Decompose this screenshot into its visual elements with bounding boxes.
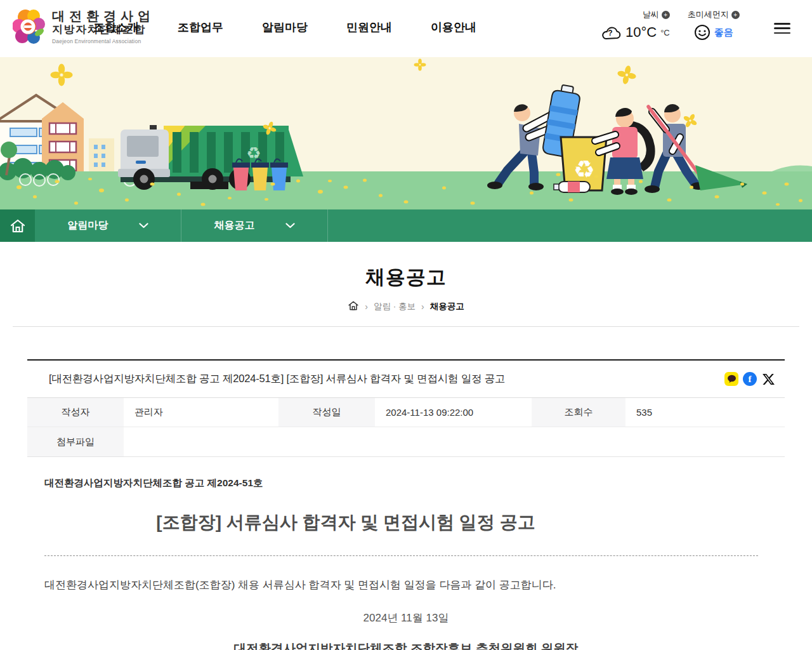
dashed-divider — [44, 555, 758, 556]
meta-date-value: 2024-11-13 09:22:00 — [375, 398, 532, 427]
nav-item-business[interactable]: 조합업무 — [178, 20, 247, 35]
hero-banner: ♻ — [0, 57, 812, 209]
weather-widget: 날씨 + ? 10°C °C 초미세먼지 + — [601, 9, 740, 41]
logo-blob-icon — [13, 8, 46, 46]
breadcrumb-separator: › — [365, 302, 368, 312]
breadcrumb-current: 채용공고 — [430, 301, 464, 312]
share-x-button[interactable] — [761, 371, 776, 387]
facebook-icon: f — [743, 372, 757, 386]
subnav-home-button[interactable] — [0, 209, 35, 242]
home-icon — [10, 218, 26, 234]
meta-attachment-label: 첨부파일 — [27, 427, 124, 456]
breadcrumb: › 알림 · 홍보 › 채용공고 — [0, 300, 812, 313]
meta-author-value: 관리자 — [124, 398, 278, 427]
meta-attachment-value — [124, 427, 785, 456]
chevron-down-icon — [139, 223, 148, 229]
nav-item-about[interactable]: 조합소개 — [93, 20, 163, 35]
breadcrumb-separator: › — [421, 302, 424, 312]
share-facebook-button[interactable]: f — [742, 371, 757, 387]
body-heading: [조합장] 서류심사 합격자 및 면접시험 일정 공고 — [44, 510, 647, 534]
cloud-icon: ? — [601, 25, 622, 41]
meta-row: 작성자 관리자 작성일 2024-11-13 09:22:00 조회수 535 — [27, 398, 785, 427]
subnav-menu-notice-label: 알림마당 — [68, 219, 108, 232]
share-buttons: f — [724, 371, 776, 387]
body-date: 2024년 11월 13일 — [44, 611, 768, 625]
nav-item-guide[interactable]: 이용안내 — [431, 20, 501, 35]
weather-label: 날씨 — [643, 9, 659, 20]
smiley-face-icon — [694, 24, 710, 41]
svg-text:♻: ♻ — [573, 156, 595, 183]
page: 대전환경사업 지방자치단체조합 Daejeon Environmental As… — [0, 0, 812, 650]
meta-views-value: 535 — [625, 398, 785, 427]
article-title-bar: [대전환경사업지방자치단체조합 공고 제2024-51호] [조합장] 서류심사… — [27, 359, 785, 398]
share-kakao-button[interactable] — [724, 371, 739, 387]
menu-icon[interactable] — [774, 23, 790, 34]
section-divider — [13, 326, 799, 327]
hero-illustration: ♻ — [0, 57, 812, 209]
temperature-value: 10°C — [625, 24, 657, 41]
temperature-unit: °C — [660, 28, 670, 37]
logo-subtitle: Daejeon Environmental Association — [52, 38, 155, 44]
weather-block: 날씨 + ? 10°C °C — [601, 9, 670, 41]
meta-date-label: 작성일 — [278, 398, 375, 427]
subnav-menu-recruit-label: 채용공고 — [214, 219, 255, 232]
notice-number: 대전환경사업지방자치단체조합 공고 제2024-51호 — [44, 477, 768, 490]
svg-text:?: ? — [608, 29, 612, 37]
body-paragraph: 대전환경사업지방자치단체조합(조합장) 채용 서류심사 합격자 및 면접시험 일… — [44, 578, 768, 592]
subnav-menu-notice[interactable]: 알림마당 — [35, 209, 181, 242]
meta-row: 첨부파일 — [27, 427, 785, 456]
breadcrumb-home-button[interactable] — [348, 300, 359, 313]
nav-item-notice[interactable]: 알림마당 — [262, 20, 332, 35]
fine-dust-block: 초미세먼지 + 좋음 — [688, 9, 740, 41]
article-meta-table: 작성자 관리자 작성일 2024-11-13 09:22:00 조회수 535 … — [27, 398, 785, 457]
fine-dust-label: 초미세먼지 — [688, 9, 729, 20]
nav-item-civil[interactable]: 민원안내 — [346, 20, 416, 35]
breadcrumb-item-notice[interactable]: 알림 · 홍보 — [374, 301, 416, 312]
subnav: 알림마당 채용공고 — [0, 209, 812, 242]
fine-dust-expand-icon[interactable]: + — [731, 11, 740, 19]
weather-expand-icon[interactable]: + — [662, 11, 670, 19]
article-title: [대전환경사업지방자치단체조합 공고 제2024-51호] [조합장] 서류심사… — [49, 372, 505, 386]
meta-views-label: 조회수 — [532, 398, 625, 427]
body-signature: 대전환경사업지방자치단체조합 조합장후보 추천위원회 위원장 — [44, 640, 768, 650]
content-section: 채용공고 › 알림 · 홍보 › 채용공고 [대전환경사업지방자치단체조합 공고… — [0, 242, 812, 650]
header: 대전환경사업 지방자치단체조합 Daejeon Environmental As… — [0, 0, 812, 57]
kakao-icon — [724, 372, 738, 386]
page-title: 채용공고 — [0, 264, 812, 291]
home-icon — [348, 300, 359, 311]
meta-author-label: 작성자 — [27, 398, 124, 427]
subnav-menu-recruit[interactable]: 채용공고 — [181, 209, 328, 242]
x-icon — [762, 373, 775, 386]
article-body: 대전환경사업지방자치단체조합 공고 제2024-51호 [조합장] 서류심사 합… — [44, 477, 768, 650]
chevron-down-icon — [285, 223, 295, 229]
fine-dust-status: 좋음 — [714, 27, 733, 39]
